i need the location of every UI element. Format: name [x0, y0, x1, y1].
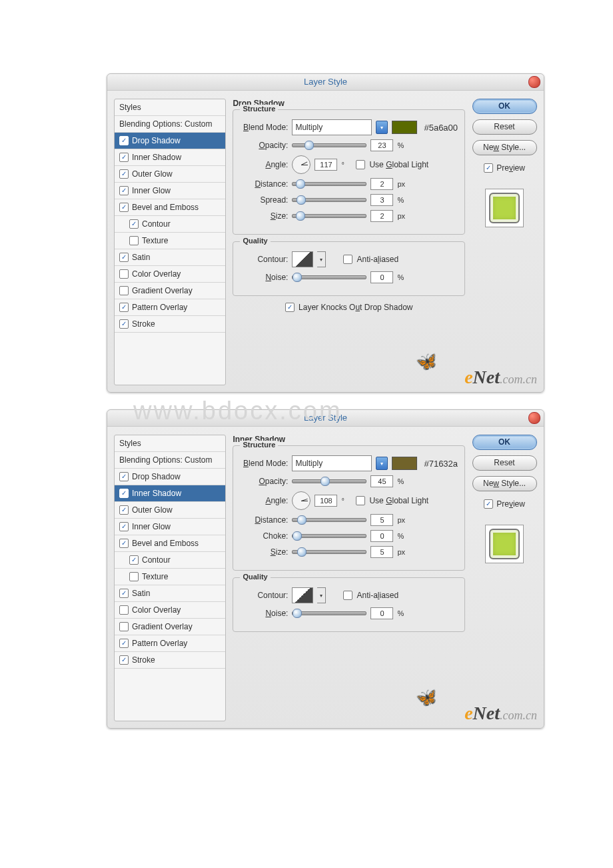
new-style-button[interactable]: New Style... [472, 140, 537, 155]
style-item[interactable]: ✓Contour [115, 216, 225, 233]
checkbox-icon[interactable]: ✓ [119, 203, 129, 212]
angle-dial[interactable] [292, 491, 310, 510]
size-slider[interactable] [292, 550, 366, 554]
checkbox-icon[interactable]: ✓ [119, 522, 129, 531]
global-light-checkbox[interactable] [356, 496, 365, 505]
checkbox-icon[interactable]: ✓ [119, 303, 129, 312]
checkbox-icon[interactable]: ✓ [129, 555, 139, 565]
slider-knob-icon[interactable] [297, 547, 306, 557]
reset-button[interactable]: Reset [472, 119, 537, 135]
opacity-slider[interactable] [292, 143, 366, 147]
slider-knob-icon[interactable] [293, 531, 302, 541]
checkbox-icon[interactable]: ✓ [119, 253, 129, 262]
chevron-down-icon[interactable]: ▾ [317, 587, 326, 603]
blend-mode-select[interactable]: Multiply [292, 119, 372, 135]
checkbox-icon[interactable]: ✓ [119, 505, 129, 515]
reset-button[interactable]: Reset [472, 455, 537, 471]
angle-input[interactable]: 117 [314, 159, 337, 171]
checkbox-icon[interactable]: ✓ [119, 489, 129, 498]
distance-input[interactable]: 2 [370, 178, 393, 190]
spread-input[interactable]: 0 [370, 530, 393, 542]
antialiased-checkbox[interactable] [343, 591, 352, 600]
slider-knob-icon[interactable] [296, 211, 305, 221]
distance-slider[interactable] [292, 518, 366, 522]
close-icon[interactable] [528, 76, 540, 88]
style-item[interactable]: ✓Bevel and Emboss [115, 535, 225, 552]
contour-picker[interactable] [292, 251, 313, 267]
distance-slider[interactable] [292, 182, 366, 186]
spread-input[interactable]: 3 [370, 194, 393, 206]
style-item[interactable]: ✓Satin [115, 585, 225, 602]
checkbox-icon[interactable]: ✓ [119, 539, 129, 548]
style-item[interactable]: Color Overlay [115, 266, 225, 283]
checkbox-icon[interactable]: ✓ [119, 153, 129, 162]
slider-knob-icon[interactable] [305, 141, 314, 150]
checkbox-icon[interactable] [119, 622, 129, 631]
slider-knob-icon[interactable] [297, 195, 306, 205]
style-item[interactable]: ✓Outer Glow [115, 502, 225, 519]
preview-checkbox[interactable]: ✓ [484, 163, 493, 173]
noise-slider[interactable] [292, 611, 366, 615]
style-item[interactable]: Texture [115, 233, 225, 249]
checkbox-icon[interactable] [119, 605, 129, 615]
dropdown-icon[interactable]: ▾ [376, 457, 388, 470]
spread-slider[interactable] [292, 198, 366, 202]
style-item[interactable]: ✓Contour [115, 552, 225, 569]
checkbox-icon[interactable]: ✓ [119, 639, 129, 648]
global-light-checkbox[interactable] [356, 160, 365, 169]
style-item[interactable]: ✓Pattern Overlay [115, 635, 225, 652]
style-item[interactable]: ✓Outer Glow [115, 166, 225, 183]
antialiased-checkbox[interactable] [343, 255, 352, 264]
slider-knob-icon[interactable] [293, 273, 302, 282]
size-input[interactable]: 2 [370, 210, 393, 222]
styles-header[interactable]: Styles [115, 99, 225, 116]
color-swatch[interactable] [392, 457, 417, 470]
preview-checkbox[interactable]: ✓ [484, 499, 493, 509]
slider-knob-icon[interactable] [320, 477, 330, 486]
blend-mode-select[interactable]: Multiply [292, 455, 372, 471]
checkbox-icon[interactable]: ✓ [119, 472, 129, 481]
style-item[interactable]: ✓Inner Glow [115, 519, 225, 535]
ok-button[interactable]: OK [472, 435, 537, 450]
slider-knob-icon[interactable] [296, 179, 305, 189]
noise-slider[interactable] [292, 275, 366, 279]
color-swatch[interactable] [392, 121, 417, 134]
style-item[interactable]: ✓Drop Shadow [115, 469, 225, 485]
blending-options-item[interactable]: Blending Options: Custom [115, 452, 225, 469]
style-item[interactable]: ✓Inner Shadow [115, 485, 225, 502]
chevron-down-icon[interactable]: ▾ [317, 251, 326, 267]
distance-input[interactable]: 5 [370, 514, 393, 526]
opacity-input[interactable]: 23 [370, 139, 393, 151]
size-input[interactable]: 5 [370, 546, 393, 558]
slider-knob-icon[interactable] [293, 609, 302, 618]
close-icon[interactable] [528, 412, 540, 424]
checkbox-icon[interactable]: ✓ [129, 219, 139, 229]
style-item[interactable]: ✓Stroke [115, 316, 225, 333]
noise-input[interactable]: 0 [370, 607, 393, 619]
opacity-input[interactable]: 45 [370, 475, 393, 487]
contour-picker[interactable] [292, 587, 313, 603]
angle-dial[interactable] [292, 155, 310, 174]
noise-input[interactable]: 0 [370, 271, 393, 283]
slider-knob-icon[interactable] [297, 515, 306, 525]
style-item[interactable]: ✓Pattern Overlay [115, 299, 225, 316]
opacity-slider[interactable] [292, 479, 366, 483]
checkbox-icon[interactable]: ✓ [119, 169, 129, 179]
checkbox-icon[interactable] [129, 236, 139, 245]
checkbox-icon[interactable]: ✓ [119, 655, 129, 665]
style-item[interactable]: ✓Bevel and Emboss [115, 199, 225, 216]
style-item[interactable]: Texture [115, 569, 225, 585]
style-item[interactable]: Gradient Overlay [115, 283, 225, 299]
style-item[interactable]: ✓Drop Shadow [115, 133, 225, 149]
size-slider[interactable] [292, 214, 366, 218]
checkbox-icon[interactable] [119, 269, 129, 279]
ok-button[interactable]: OK [472, 99, 537, 114]
dropdown-icon[interactable]: ▾ [376, 121, 388, 134]
checkbox-icon[interactable] [129, 572, 139, 581]
style-item[interactable]: ✓Inner Glow [115, 183, 225, 199]
layer-knocks-checkbox[interactable]: ✓ [285, 303, 295, 312]
blending-options-item[interactable]: Blending Options: Custom [115, 116, 225, 133]
style-item[interactable]: Color Overlay [115, 602, 225, 619]
checkbox-icon[interactable]: ✓ [119, 186, 129, 195]
checkbox-icon[interactable]: ✓ [119, 319, 129, 329]
